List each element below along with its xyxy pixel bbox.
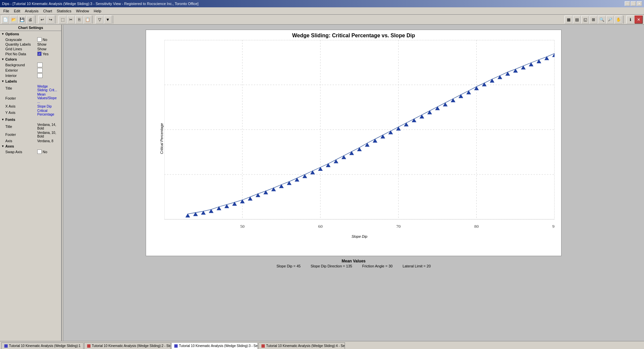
- separator-5: [623, 16, 625, 24]
- swap-axis-text: No: [43, 150, 47, 154]
- plot-no-data-text: Yes: [43, 52, 49, 56]
- chart-footer: Mean Values Slope Dip = 45 Slope Dip Dir…: [146, 259, 562, 268]
- colors-collapse-icon: ▼: [1, 58, 4, 61]
- copy-button[interactable]: ⎘: [75, 16, 83, 24]
- swap-axis-row: Swap Axis No: [0, 149, 61, 154]
- exterior-color[interactable]: [37, 68, 43, 73]
- plot-no-data-value: ✓ Yes: [37, 52, 49, 56]
- labels-collapse-icon: ▼: [1, 80, 4, 83]
- fonts-collapse-icon: ▼: [1, 118, 4, 121]
- view2-button[interactable]: ▤: [573, 16, 581, 24]
- fonts-section-header[interactable]: ▼ Fonts: [0, 117, 61, 123]
- fit-button[interactable]: ⊞: [589, 16, 597, 24]
- title-font-row: Title Verdana, 14, Bold: [0, 123, 61, 131]
- left-panel: Chart Settings ▼ Options Grayscale No Qu…: [0, 25, 62, 342]
- footer-label-row: Footer Mean Values/Slope ...: [0, 92, 61, 104]
- swap-axis-checkbox[interactable]: [37, 150, 42, 154]
- interior-row: Interior: [0, 73, 61, 78]
- open-button[interactable]: 📂: [10, 16, 18, 24]
- axes-section-header[interactable]: ▼ Axes: [0, 143, 61, 149]
- menu-window[interactable]: Window: [74, 8, 91, 14]
- new-button[interactable]: 📄: [1, 16, 9, 24]
- interior-label: Interior: [5, 74, 35, 78]
- yaxis-prop-value: Critical Percentage: [37, 109, 59, 116]
- chart-svg: 0 10 20 30 40 50 60 70 80 90: [164, 40, 555, 233]
- tab-4[interactable]: Tutorial 10 Kinematic Analysis (Wedge Sl…: [258, 342, 345, 349]
- tab-1-icon: [4, 344, 8, 348]
- title-bar: Dips - [Tutorial 10 Kinematic Analysis (…: [0, 0, 644, 7]
- axes-label: Axes: [5, 144, 14, 148]
- zoom-out-button[interactable]: 🔎: [606, 16, 614, 24]
- svg-text:90: 90: [552, 224, 555, 229]
- plot-no-data-row: Plot No Data ✓ Yes: [0, 51, 61, 56]
- yaxis-label-row: Y Axis Critical Percentage: [0, 109, 61, 117]
- undo-button[interactable]: ↩: [38, 16, 46, 24]
- close-button[interactable]: ✕: [637, 1, 642, 6]
- restore-button[interactable]: □: [631, 1, 636, 6]
- svg-text:50: 50: [240, 224, 245, 229]
- tab-1[interactable]: Tutorial 10 Kinematic Analysis (Wedge Sl…: [1, 342, 83, 349]
- tab-3-icon: [174, 344, 178, 348]
- title-font-label: Title: [5, 125, 35, 129]
- info-button[interactable]: ℹ: [626, 16, 634, 24]
- grid-lines-label: Grid Lines: [5, 47, 35, 51]
- plot-no-data-checkbox[interactable]: ✓: [37, 52, 42, 56]
- main-layout: Chart Settings ▼ Options Grayscale No Qu…: [0, 25, 644, 342]
- tab-4-icon: [261, 344, 265, 348]
- grayscale-label: Grayscale: [5, 38, 35, 42]
- svg-text:80: 80: [474, 224, 479, 229]
- grayscale-checkbox[interactable]: [37, 37, 42, 42]
- footer-font-label: Footer: [5, 133, 35, 137]
- background-label: Background: [5, 63, 35, 67]
- cut-button[interactable]: ✂: [67, 16, 75, 24]
- labels-label: Labels: [5, 79, 17, 83]
- grid-lines-row: Grid Lines Show: [0, 47, 61, 51]
- axis-font-label: Axis: [5, 139, 35, 143]
- content-area: Wedge Sliding: Critical Percentage vs. S…: [63, 25, 644, 342]
- footer-font-row: Footer Verdana, 10, Bold: [0, 131, 61, 139]
- menu-bar: File Edit Analysis Chart Statistics Wind…: [0, 7, 644, 15]
- tab-3[interactable]: Tutorial 10 Kinematic Analysis (Wedge Sl…: [171, 342, 258, 349]
- slope-dip-direction-value: Slope Dip Direction = 135: [311, 264, 352, 268]
- menu-chart[interactable]: Chart: [41, 8, 54, 14]
- tab-2-label: Tutorial 10 Kinematic Analysis (Wedge Sl…: [92, 344, 171, 348]
- tab-2[interactable]: Tutorial 10 Kinematic Analysis (Wedge Sl…: [84, 342, 171, 349]
- svg-text:60: 60: [318, 224, 323, 229]
- yaxis-prop-label: Y Axis: [5, 111, 35, 115]
- close-view-button[interactable]: ✕: [635, 16, 643, 24]
- options-section-header[interactable]: ▼ Options: [0, 31, 61, 37]
- redo-button[interactable]: ↪: [47, 16, 55, 24]
- minimize-button[interactable]: ─: [625, 1, 630, 6]
- menu-statistics[interactable]: Statistics: [55, 8, 74, 14]
- colors-section-header[interactable]: ▼ Colors: [0, 56, 61, 62]
- pan-button[interactable]: ✋: [614, 16, 622, 24]
- options-label: Options: [5, 32, 19, 36]
- axes-collapse-icon: ▼: [1, 145, 4, 148]
- exterior-label: Exterior: [5, 68, 35, 72]
- menu-edit[interactable]: Edit: [12, 8, 22, 14]
- exterior-row: Exterior: [0, 68, 61, 73]
- menu-help[interactable]: Help: [92, 8, 103, 14]
- menu-file[interactable]: File: [1, 8, 11, 14]
- labels-section-header[interactable]: ▼ Labels: [0, 78, 61, 84]
- mean-values-row: Slope Dip = 45 Slope Dip Direction = 135…: [146, 264, 562, 268]
- slope-dip-value: Slope Dip = 45: [276, 264, 300, 268]
- view1-button[interactable]: ▦: [564, 16, 572, 24]
- background-color[interactable]: [37, 63, 43, 67]
- chart-container: Wedge Sliding: Critical Percentage vs. S…: [146, 30, 562, 256]
- friction-angle-value: Friction Angle = 30: [362, 264, 393, 268]
- view3-button[interactable]: ◱: [581, 16, 589, 24]
- print-button[interactable]: 🖨: [26, 16, 34, 24]
- select-button[interactable]: ⬚: [59, 16, 67, 24]
- xaxis-label-row: X Axis Slope Dip: [0, 104, 61, 109]
- menu-analysis[interactable]: Analysis: [23, 8, 41, 14]
- separator-3: [92, 16, 94, 24]
- save-button[interactable]: 💾: [18, 16, 26, 24]
- filter-button[interactable]: ▽: [95, 16, 103, 24]
- lateral-limit-value: Lateral Limit = 20: [402, 264, 431, 268]
- paste-button[interactable]: 📋: [83, 16, 91, 24]
- interior-color[interactable]: [37, 73, 43, 78]
- footer-prop-label: Footer: [5, 96, 35, 100]
- zoom-in-button[interactable]: 🔍: [598, 16, 606, 24]
- filter2-button[interactable]: ▼: [104, 16, 112, 24]
